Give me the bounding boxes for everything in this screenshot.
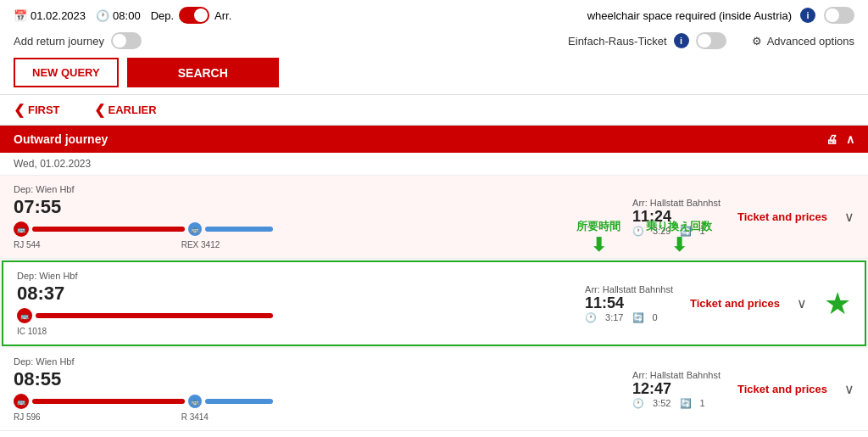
arr-station-label: Arr: Hallstatt Bahnhst: [585, 284, 673, 294]
train-icon: 🚌: [14, 221, 29, 237]
stop-dot: 🚌: [188, 395, 202, 408]
chevron-down-icon[interactable]: ∨: [844, 381, 854, 397]
clock-meta-icon: 🕐: [585, 312, 597, 323]
dep-station-label: Dep: Wien Hbf: [17, 271, 288, 281]
arr-station-label: Arr: Hallstatt Bahnhst: [632, 370, 721, 380]
dep-arr-toggle[interactable]: Dep. Arr.: [151, 7, 232, 24]
train-tags: RJ 544 REX 3412: [14, 238, 285, 249]
wheelchair-toggle[interactable]: [824, 7, 854, 24]
time-value: 08:00: [113, 9, 141, 22]
train-tag-1: RJ 596: [14, 412, 41, 422]
advanced-options-button[interactable]: ⚙ Advanced options: [752, 35, 854, 48]
collapse-icon[interactable]: ∧: [846, 132, 854, 146]
chevron-left-icon-2: ❮: [94, 102, 105, 118]
clock-meta-icon: 🕐: [632, 398, 644, 409]
date-field[interactable]: 📅 01.02.2023: [14, 9, 86, 22]
print-icon[interactable]: 🖨: [826, 132, 837, 146]
ticket-prices-link[interactable]: Ticket and prices: [690, 297, 780, 310]
search-button[interactable]: SEARCH: [127, 58, 279, 87]
journey-item-selected: Dep: Wien Hbf 08:37 🚌 IC 1018 Arr: Halls…: [2, 261, 866, 346]
red-bar: [36, 313, 273, 318]
einfach-raus-toggle[interactable]: [696, 32, 726, 49]
red-bar: [32, 399, 185, 404]
dep-station-label: Dep: Wien Hbf: [14, 184, 285, 194]
blue-bar: [205, 399, 273, 404]
date-value: 01.02.2023: [31, 9, 86, 22]
journey-departure: Dep: Wien Hbf 08:55 🚌 🚌 RJ 596 R 3414: [14, 356, 285, 422]
train-tag-2: R 3414: [181, 412, 209, 422]
changes-value: 1: [700, 226, 705, 236]
advanced-options-label: Advanced options: [767, 35, 854, 48]
einfach-raus-ticket: Einfach-Raus-Ticket i: [568, 32, 726, 49]
arrival-block: Arr: Hallstatt Bahnhst 12:47 🕐 3:52 🔄 1: [632, 370, 721, 409]
wheelchair-info-icon[interactable]: i: [800, 8, 815, 23]
arr-time-value: 11:54: [585, 294, 673, 312]
search-bar: 📅 01.02.2023 🕐 08:00 Dep. Arr. wheelchai…: [0, 0, 868, 95]
dep-arr-switch[interactable]: [179, 7, 209, 24]
ticket-prices-link[interactable]: Ticket and prices: [737, 383, 827, 395]
train-tag-1: RJ 544: [14, 240, 41, 249]
einfach-raus-info-icon[interactable]: i: [674, 33, 689, 48]
train-icon: 🚌: [14, 394, 29, 409]
arr-time-value: 12:47: [632, 380, 721, 398]
ticket-prices-link[interactable]: Ticket and prices: [737, 210, 827, 223]
time-field[interactable]: 🕐 08:00: [96, 9, 141, 22]
calendar-icon: 📅: [14, 9, 27, 22]
action-buttons: NEW QUERY SEARCH: [14, 58, 854, 87]
train-tag-1: IC 1018: [17, 327, 47, 336]
journey-arrival: Arr: Hallstatt Bahnhst 12:47 🕐 3:52 🔄 1 …: [285, 370, 854, 409]
first-nav-item[interactable]: ❮ FIRST: [14, 102, 60, 118]
journey-meta: 🕐 3:17 🔄 0: [585, 312, 673, 323]
arr-station-label: Arr: Hallstatt Bahnhst: [632, 198, 721, 208]
train-tags: IC 1018: [17, 325, 288, 336]
add-return-toggle[interactable]: [111, 32, 142, 49]
transfer-icon: 🔄: [680, 398, 692, 409]
duration-value: 3:29: [653, 226, 670, 236]
navigation-row: ❮ FIRST ❮ EARLIER: [0, 95, 868, 126]
dep-label: Dep.: [151, 9, 174, 22]
dep-station-label: Dep: Wien Hbf: [14, 356, 285, 367]
journey-departure: Dep: Wien Hbf 07:55 🚌 🚌 RJ 544 REX 3412: [14, 184, 285, 249]
wheelchair-label: wheelchair space required (inside Austri…: [587, 9, 792, 22]
arr-label: Arr.: [214, 9, 231, 22]
stop-dot: 🚌: [188, 222, 202, 236]
chevron-left-icon: ❮: [14, 102, 25, 118]
chevron-down-icon[interactable]: ∨: [797, 295, 807, 311]
journey-date-row: Wed, 01.02.2023: [0, 153, 868, 176]
header-icons: 🖨 ∧: [826, 132, 854, 146]
changes-value: 0: [653, 312, 658, 322]
arrival-block: Arr: Hallstatt Bahnhst 11:54 🕐 3:17 🔄 0: [585, 284, 673, 323]
train-tags: RJ 596 R 3414: [14, 411, 285, 422]
clock-meta-icon: 🕐: [632, 226, 644, 237]
new-query-button[interactable]: NEW QUERY: [14, 58, 119, 87]
red-bar: [32, 227, 185, 232]
transfer-icon: 🔄: [680, 226, 692, 237]
journey-arrival: Arr: Hallstatt Bahnhst 11:24 🕐 3:29 🔄 1 …: [285, 198, 854, 237]
add-return-journey[interactable]: Add return journey: [14, 32, 142, 49]
journey-item: Dep: Wien Hbf 07:55 🚌 🚌 RJ 544 REX 3412 …: [0, 176, 868, 259]
train-bar: 🚌 🚌: [14, 394, 285, 409]
app-container: 📅 01.02.2023 🕐 08:00 Dep. Arr. wheelchai…: [0, 0, 868, 437]
journey-arrival: Arr: Hallstatt Bahnhst 11:54 🕐 3:17 🔄 0 …: [288, 284, 851, 323]
first-label: FIRST: [28, 104, 60, 116]
journey-list: Dep: Wien Hbf 07:55 🚌 🚌 RJ 544 REX 3412 …: [0, 176, 868, 437]
duration-value: 3:52: [653, 398, 670, 408]
journey-departure: Dep: Wien Hbf 08:37 🚌 IC 1018: [17, 271, 288, 336]
earlier-label: EARLIER: [108, 104, 157, 116]
add-return-label: Add return journey: [14, 35, 104, 48]
outward-journey-title: Outward journey: [14, 132, 108, 146]
clock-icon: 🕐: [96, 9, 109, 22]
dep-time-value: 08:55: [14, 368, 285, 390]
dep-time-value: 08:37: [17, 283, 288, 305]
transfer-icon: 🔄: [632, 312, 644, 323]
duration-value: 3:17: [605, 312, 623, 322]
journey-item: Dep: Wien Hbf 08:55 🚌 🚌 RJ 596 R 3414 Ar…: [0, 348, 868, 431]
earlier-nav-item[interactable]: ❮ EARLIER: [94, 102, 157, 118]
chevron-down-icon[interactable]: ∨: [844, 209, 854, 225]
journey-meta: 🕐 3:52 🔄 1: [632, 398, 721, 409]
train-bar: 🚌: [17, 308, 288, 323]
selected-star-icon: ★: [824, 286, 851, 322]
gear-icon: ⚙: [752, 35, 762, 48]
journey-item-partial: Dep: Wien Hbf 09:12 🚌 🚌 Arr: Hallstatt B…: [0, 431, 868, 437]
blue-bar: [205, 227, 273, 232]
